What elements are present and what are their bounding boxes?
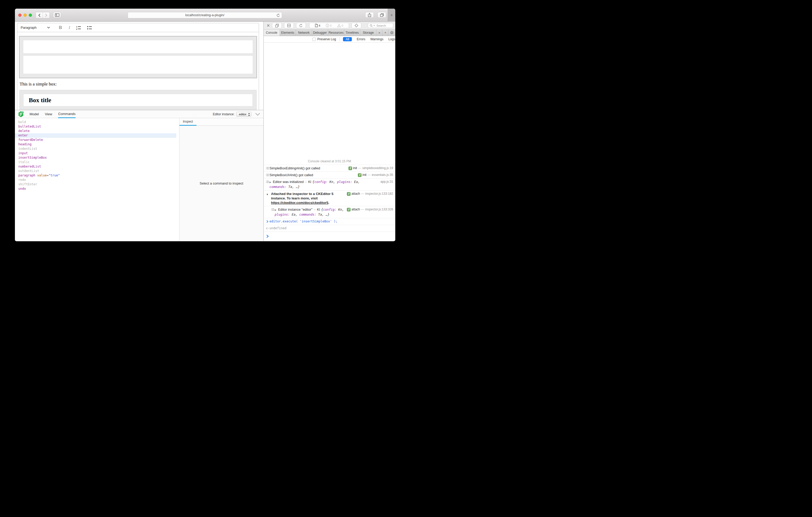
command-item-bulletedlist[interactable]: bulletedList — [15, 124, 179, 129]
simple-box-description-field[interactable] — [23, 55, 253, 74]
minimize-window-button[interactable] — [24, 13, 27, 17]
dock-to-bottom-button[interactable] — [284, 23, 294, 28]
reload-button[interactable] — [277, 13, 280, 18]
source-link[interactable]: app.js:31 — [380, 180, 393, 184]
warning-count: 0 — [342, 24, 343, 27]
console-result-row[interactable]: undefined — [264, 225, 395, 232]
tab-view[interactable]: View — [45, 110, 52, 118]
command-item-enter-selected[interactable]: enter — [15, 133, 176, 138]
tab-network[interactable]: Network — [296, 30, 312, 36]
filter-errors-button[interactable]: Errors — [357, 37, 366, 41]
command-item-insertsimplebox[interactable]: insertSimpleBox — [15, 155, 179, 160]
svg-text:1: 1 — [76, 26, 78, 28]
command-item-paragraph[interactable]: paragraph value="true" — [15, 173, 179, 178]
bulleted-list-button[interactable] — [87, 26, 92, 30]
collapse-triangle-icon[interactable]: ▼ — [265, 192, 269, 197]
add-tab-button[interactable]: + — [382, 30, 388, 36]
source-link[interactable]: inspector.js:133:182 — [365, 192, 393, 196]
address-bar[interactable]: localhost/creating-a-plugin/ — [128, 12, 282, 18]
command-item-redo[interactable]: redo — [15, 178, 179, 182]
console-prompt-row[interactable] — [264, 232, 395, 241]
console-log-row-object[interactable]: ▶Editor was initialized–Kl{config: Kn, p… — [264, 178, 395, 190]
numbered-list-button[interactable]: 1 2 — [76, 26, 81, 30]
console-output[interactable]: Console cleared at 3:01:15 PM SimpleBoxE… — [264, 42, 395, 241]
tab-overflow-button[interactable]: » — [376, 30, 382, 36]
tab-storage[interactable]: Storage — [360, 30, 376, 36]
command-item-undo[interactable]: undo — [15, 187, 179, 191]
command-item-delete[interactable]: delete — [15, 129, 179, 133]
editor-instance-select[interactable]: editor — [236, 112, 252, 117]
simple-box-title-field[interactable]: Box title — [23, 94, 253, 107]
back-button[interactable] — [36, 12, 42, 18]
inspector-search-field[interactable]: Search — [368, 23, 393, 28]
source-link[interactable]: essentials.js:35 — [372, 173, 393, 177]
filter-warnings-button[interactable]: Warnings — [370, 37, 383, 41]
sidebar-toggle-button[interactable] — [53, 12, 61, 18]
command-item-input[interactable]: input — [15, 151, 179, 155]
tab-model[interactable]: Model — [30, 110, 39, 118]
bold-button[interactable]: B — [59, 25, 62, 30]
dock-to-window-button[interactable] — [272, 23, 282, 28]
function-name: init — [362, 173, 367, 177]
filter-logs-button[interactable]: Logs — [388, 37, 395, 41]
prompt-chevron-icon — [265, 220, 269, 223]
tab-console[interactable]: Console — [264, 30, 280, 36]
command-item-numberedlist[interactable]: numberedList — [15, 164, 179, 169]
plus-icon: + — [390, 12, 393, 18]
tab-debugger[interactable]: Debugger — [312, 30, 328, 36]
tab-resources[interactable]: Resources — [328, 30, 344, 36]
console-log-row-expanded[interactable]: ▼ Attached the inspector to a CKEditor 5… — [264, 190, 395, 206]
page-count: 4 — [319, 24, 320, 27]
console-log-row[interactable]: SimpleBoxUI#init() got called f init — e… — [264, 172, 395, 178]
command-item-shiftenter[interactable]: shiftEnter — [15, 182, 179, 187]
source-link[interactable]: simpleboxediting.js:19 — [362, 166, 393, 170]
numbered-list-icon: 1 2 — [76, 26, 81, 30]
command-item-outdentlist[interactable]: outdentList — [15, 169, 179, 173]
close-inspector-button[interactable] — [266, 24, 270, 27]
web-inspector-panel: 4 0 — [264, 22, 395, 241]
console-log-row-nested[interactable]: ▶Editor instance "editor"–Kl{config: Kn,… — [264, 206, 395, 218]
ckeditor-docs-link[interactable]: https://ckeditor.com/docs/ckeditor5 — [271, 201, 328, 205]
tab-timelines[interactable]: Timelines — [344, 30, 360, 36]
command-item-heading[interactable]: heading — [15, 142, 179, 147]
command-item-italic[interactable]: italic — [15, 160, 179, 164]
filter-all-button[interactable]: All — [343, 37, 352, 41]
italic-button[interactable]: I — [68, 25, 70, 30]
console-command-echo-row[interactable]: editor.execute( 'insertSimpleBox' ); — [264, 218, 395, 225]
console-cleared-message: Console cleared at 3:01:15 PM — [264, 158, 395, 165]
function-badge-icon: f — [348, 166, 352, 170]
command-item-indentlist[interactable]: indentList — [15, 147, 179, 151]
log-message: Editor instance "editor" — [278, 208, 312, 211]
collapse-panel-button[interactable] — [255, 113, 260, 116]
console-log-row[interactable]: SimpleBoxEditing#init() got called f ini… — [264, 165, 395, 172]
tab-commands[interactable]: Commands — [58, 110, 75, 118]
share-icon — [368, 13, 371, 17]
simple-box-widget-selected[interactable] — [19, 36, 257, 78]
heading-dropdown[interactable]: Paragraph — [17, 23, 52, 32]
share-button[interactable] — [365, 12, 374, 18]
close-window-button[interactable] — [18, 13, 22, 17]
inspector-settings-button[interactable] — [388, 30, 395, 36]
resource-issue-summary[interactable]: 4 0 — [309, 23, 349, 28]
inspect-placeholder-text: Select a command to inspect — [200, 181, 243, 185]
paragraph-text[interactable]: This is a simple box: — [20, 82, 256, 87]
forward-button[interactable] — [42, 12, 50, 18]
reload-page-button[interactable] — [296, 23, 306, 28]
preserve-log-checkbox[interactable] — [312, 38, 316, 41]
simple-box-title-field[interactable] — [23, 40, 253, 54]
editor-instance-value: editor — [239, 113, 246, 116]
log-message: Attached the inspector to a CKEditor 5 i… — [271, 192, 333, 200]
element-picker-button[interactable] — [352, 23, 361, 28]
expand-triangle-icon[interactable]: ▶ — [275, 209, 277, 211]
tab-overview-button[interactable] — [377, 12, 386, 18]
new-tab-button[interactable]: + — [388, 9, 395, 22]
tab-inspect[interactable]: Inspect — [179, 118, 197, 126]
command-item-forwarddelete[interactable]: forwardDelete — [15, 138, 179, 142]
command-item-bold[interactable]: bold — [15, 120, 179, 124]
zoom-window-button[interactable] — [29, 13, 32, 17]
command-echo-text: editor.execute( 'insertSimpleBox' ); — [269, 219, 393, 224]
tab-elements[interactable]: Elements — [280, 30, 296, 36]
chevron-down-icon — [47, 27, 50, 29]
source-link[interactable]: inspector.js:133:326 — [365, 208, 393, 211]
expand-triangle-icon[interactable]: ▶ — [269, 181, 271, 183]
